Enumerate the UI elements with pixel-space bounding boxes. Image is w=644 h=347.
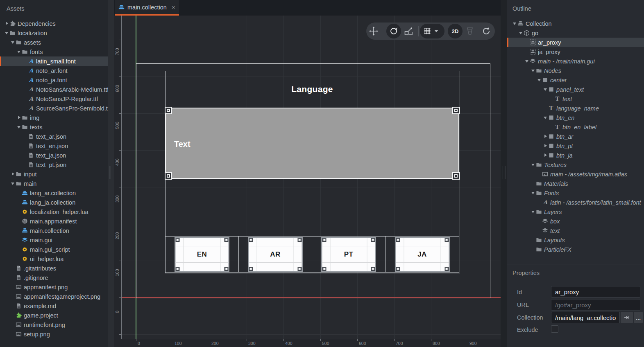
tree-row-ja-proxy[interactable]: ja_proxy	[507, 47, 644, 56]
tree-row-sourcesanspro-semibold-ttf[interactable]: ASourceSansPro-Semibold.ttf	[0, 104, 108, 113]
tree-row-appmanifest-png[interactable]: appmanifest.png	[0, 282, 108, 292]
scene-button-en[interactable]: EN	[175, 237, 229, 272]
chevron-right-icon[interactable]	[543, 151, 548, 160]
tree-row-go[interactable]: go	[507, 28, 644, 38]
scene-panel-text-node[interactable]: Text	[165, 108, 459, 179]
grid-visibility-button[interactable]	[420, 24, 444, 38]
tree-row-dependencies[interactable]: Dependencies	[0, 19, 108, 28]
tree-row-main-gui[interactable]: main.gui	[0, 235, 108, 245]
chevron-down-icon[interactable]	[537, 75, 542, 85]
tree-row-language-name[interactable]: Tlanguage_name	[507, 104, 644, 113]
chevron-down-icon[interactable]	[531, 160, 536, 169]
chevron-down-icon[interactable]	[525, 56, 530, 66]
tree-row-localization-helper-lua[interactable]: localization_helper.lua	[0, 207, 108, 216]
chevron-down-icon[interactable]	[5, 28, 9, 38]
tree-row-noto-ja-font[interactable]: Anoto_ja.font	[0, 75, 108, 85]
tree-row-lang-ja-collection[interactable]: lang_ja.collection	[0, 198, 108, 207]
tree-row-btn-pt[interactable]: btn_pt	[507, 141, 644, 151]
tree-row-main-collection[interactable]: main.collection	[0, 226, 108, 235]
tree-row-text[interactable]: text	[507, 226, 644, 235]
tree-row-ui-helper-lua[interactable]: ui_helper.lua	[0, 254, 108, 264]
2d-mode-button[interactable]: 2D	[448, 24, 463, 38]
scene-button-ja[interactable]: JA	[395, 237, 449, 272]
tree-row-panel-text[interactable]: panel_text	[507, 85, 644, 94]
tree-row-game-project[interactable]: game.project	[0, 311, 108, 320]
tree-row-layouts[interactable]: Layouts	[507, 235, 644, 245]
tree-row-textures[interactable]: Textures	[507, 160, 644, 169]
tree-row-notosansjp-regular-ttf[interactable]: ANotoSansJP-Regular.ttf	[0, 94, 108, 104]
tree-row-fonts[interactable]: fonts	[0, 47, 108, 56]
scene-viewport[interactable]: Language Text ENARPTJA 70060050040030020…	[114, 16, 501, 347]
browse-collection-button[interactable]: ...	[634, 312, 643, 323]
tree-row-center[interactable]: center	[507, 75, 644, 85]
tree-row-example-md[interactable]: example.md	[0, 301, 108, 311]
tree-row-img[interactable]: img	[0, 113, 108, 122]
open-resource-button[interactable]	[621, 312, 633, 323]
tree-row-main-appmanifest[interactable]: main.appmanifest	[0, 216, 108, 226]
tree-row-gitattributes[interactable]: .gitattributes	[0, 264, 108, 273]
chevron-right-icon[interactable]	[5, 19, 9, 28]
tree-row-btn-en-label[interactable]: Tbtn_en_label	[507, 122, 644, 132]
tree-row-btn-ar[interactable]: btn_ar	[507, 132, 644, 141]
tree-row-particlefx[interactable]: ParticleFX	[507, 245, 644, 254]
tree-row-box[interactable]: box	[507, 216, 644, 226]
refresh-button[interactable]	[481, 26, 491, 36]
tree-row-setup-png[interactable]: setup.png	[0, 329, 108, 339]
tree-row-nodes[interactable]: Nodes	[507, 66, 644, 75]
chevron-down-icon[interactable]	[543, 85, 548, 94]
tree-row-text[interactable]: Ttext	[507, 94, 644, 104]
chevron-down-icon[interactable]	[512, 19, 517, 28]
tree-row-fonts[interactable]: Fonts	[507, 188, 644, 198]
scene-button-pt[interactable]: PT	[322, 237, 376, 272]
right-splitter[interactable]	[501, 0, 507, 347]
tree-row-appmanifestgameproject-png[interactable]: appmanifestgameproject.png	[0, 292, 108, 301]
chevron-right-icon[interactable]	[543, 141, 548, 151]
tree-row-main[interactable]: main	[0, 179, 108, 188]
tree-row-btn-en[interactable]: btn_en	[507, 113, 644, 122]
tree-row-text-en-json[interactable]: text_en.json	[0, 141, 108, 151]
tree-row-noto-ar-font[interactable]: Anoto_ar.font	[0, 66, 108, 75]
tree-row-layers[interactable]: Layers	[507, 207, 644, 216]
scene-button-ar[interactable]: AR	[248, 237, 303, 272]
tree-row-lang-ar-collection[interactable]: lang_ar.collection	[0, 188, 108, 198]
rotate-tool-button[interactable]	[386, 24, 401, 38]
tree-row-text-ja-json[interactable]: text_ja.json	[0, 151, 108, 160]
chevron-down-icon[interactable]	[519, 28, 524, 38]
chevron-down-icon[interactable]	[11, 179, 16, 188]
tree-row-ar-proxy[interactable]: ar_proxy	[507, 38, 644, 47]
chevron-right-icon[interactable]	[11, 169, 16, 179]
move-tool-button[interactable]	[369, 26, 379, 36]
chevron-right-icon[interactable]	[17, 113, 22, 122]
frustum-culling-button[interactable]	[465, 26, 475, 36]
tree-row-collection[interactable]: Collection	[507, 19, 644, 28]
id-field[interactable]	[551, 286, 640, 297]
tree-row-latin-small-font[interactable]: Alatin_small.font	[0, 56, 108, 66]
collection-field[interactable]	[551, 312, 620, 323]
chevron-down-icon[interactable]	[531, 66, 536, 75]
tree-row-main-assets-img-main-atlas[interactable]: main - /assets/img/main.atlas	[507, 169, 644, 179]
tree-row-gitignore[interactable]: .gitignore	[0, 273, 108, 282]
tree-row-input[interactable]: input	[0, 169, 108, 179]
tree-row-assets[interactable]: assets	[0, 38, 108, 47]
tree-row-text-pt-json[interactable]: text_pt.json	[0, 160, 108, 169]
tree-row-localization[interactable]: localization	[0, 28, 108, 38]
tree-row-latin-assets-fonts-latin-small-font[interactable]: Alatin - /assets/fonts/latin_small.font	[507, 198, 644, 207]
tree-row-runtimefont-png[interactable]: runtimefont.png	[0, 320, 108, 329]
chevron-down-icon[interactable]	[11, 38, 16, 47]
chevron-down-icon[interactable]	[543, 113, 548, 122]
tab-main-collection[interactable]: main.collection ×	[115, 0, 179, 16]
tree-row-main-gui-script[interactable]: main.gui_script	[0, 245, 108, 254]
tree-row-notosansarabic-medium-ttf[interactable]: ANotoSansArabic-Medium.ttf	[0, 85, 108, 94]
chevron-down-icon[interactable]	[17, 47, 22, 56]
tree-row-texts[interactable]: texts	[0, 122, 108, 132]
scale-tool-button[interactable]	[404, 26, 413, 36]
tree-row-main-main-main-gui[interactable]: main - /main/main.gui	[507, 56, 644, 66]
tree-row-text-ar-json[interactable]: text_ar.json	[0, 132, 108, 141]
scene-language-text[interactable]: Language	[165, 84, 459, 94]
left-splitter[interactable]	[108, 0, 114, 347]
chevron-down-icon[interactable]	[531, 207, 536, 216]
tab-close-icon[interactable]: ×	[172, 4, 175, 10]
chevron-down-icon[interactable]	[17, 122, 22, 132]
chevron-right-icon[interactable]	[543, 132, 548, 141]
tree-row-materials[interactable]: Materials	[507, 179, 644, 188]
